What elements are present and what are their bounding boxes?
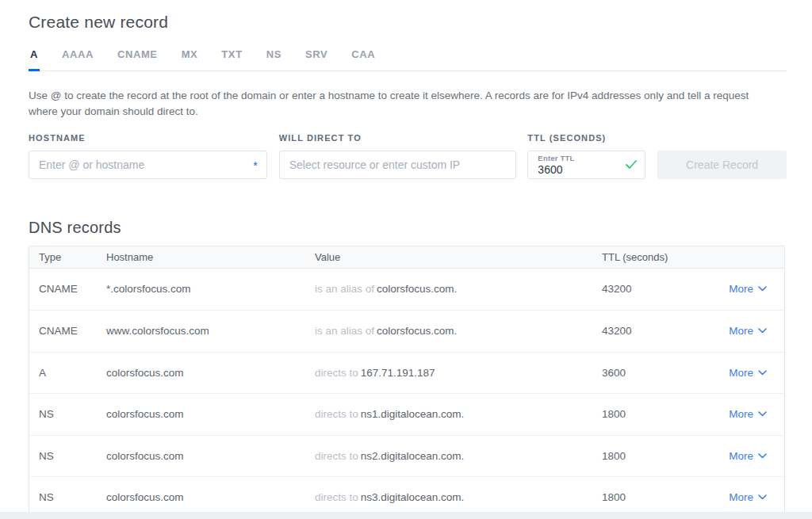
- tab-caa[interactable]: CAA: [350, 48, 377, 71]
- will-direct-to-input[interactable]: [279, 151, 517, 179]
- will-direct-to-label: WILL DIRECT TO: [279, 133, 517, 143]
- table-row: NS colorsfocus.com directs tons3.digital…: [29, 476, 784, 512]
- record-ttl: 1800: [602, 491, 697, 503]
- record-ttl: 43200: [602, 325, 697, 337]
- record-value-prefix: directs to: [315, 367, 358, 379]
- tab-label: NS: [266, 48, 282, 60]
- more-button[interactable]: More: [697, 450, 767, 462]
- record-ttl: 1800: [602, 408, 697, 420]
- more-button[interactable]: More: [697, 491, 767, 503]
- record-type-description: Use @ to create the record at the root o…: [29, 88, 774, 120]
- dns-records-heading: DNS records: [29, 219, 787, 237]
- record-value: directs tons3.digitalocean.com.: [315, 491, 602, 503]
- table-header-row: Type Hostname Value TTL (seconds): [29, 246, 784, 269]
- ttl-input[interactable]: [538, 163, 609, 176]
- more-label: More: [729, 491, 753, 503]
- more-button[interactable]: More: [697, 408, 767, 420]
- tab-label: TXT: [221, 48, 242, 60]
- record-type: NS: [39, 450, 106, 462]
- chevron-down-icon: [758, 370, 767, 376]
- table-row: CNAME www.colorsfocus.com is an alias of…: [29, 310, 784, 352]
- tab-a[interactable]: A: [29, 48, 40, 71]
- more-button[interactable]: More: [697, 325, 767, 337]
- column-header-type: Type: [39, 251, 106, 263]
- record-type: NS: [39, 408, 106, 420]
- record-type-tabs: A AAAA CNAME MX TXT NS SRV CAA: [29, 48, 787, 71]
- table-row: CNAME *.colorsfocus.com is an alias ofco…: [29, 269, 784, 311]
- tab-label: SRV: [305, 48, 327, 60]
- tab-txt[interactable]: TXT: [220, 48, 243, 71]
- hostname-label: HOSTNAME: [29, 133, 267, 143]
- record-type: CNAME: [39, 283, 106, 295]
- table-row: A colorsfocus.com directs to167.71.191.1…: [29, 352, 784, 394]
- tab-srv[interactable]: SRV: [304, 48, 329, 71]
- dns-management-page: Create new record A AAAA CNAME MX TXT NS…: [0, 0, 812, 512]
- record-value-target: 167.71.191.187: [361, 367, 435, 379]
- record-type: NS: [39, 491, 106, 503]
- create-record-form: HOSTNAME * WILL DIRECT TO TTL (SECONDS) …: [29, 133, 787, 179]
- more-label: More: [729, 408, 753, 420]
- more-label: More: [729, 450, 753, 462]
- hostname-field-group: HOSTNAME *: [29, 133, 267, 179]
- hostname-input[interactable]: [29, 151, 267, 179]
- chevron-down-icon: [758, 494, 767, 500]
- table-row: NS colorsfocus.com directs tons2.digital…: [29, 435, 784, 477]
- record-type: A: [39, 367, 106, 379]
- ttl-label: TTL (SECONDS): [527, 133, 645, 143]
- chevron-down-icon: [758, 328, 767, 334]
- tab-label: MX: [182, 48, 198, 60]
- record-hostname: *.colorsfocus.com: [106, 283, 315, 295]
- more-button[interactable]: More: [697, 283, 767, 295]
- column-header-value: Value: [315, 251, 602, 263]
- record-value-target: ns2.digitalocean.com.: [361, 450, 465, 462]
- create-record-button[interactable]: Create Record: [657, 151, 787, 179]
- record-value-target: ns3.digitalocean.com.: [361, 491, 465, 503]
- column-header-ttl: TTL (seconds): [602, 251, 697, 263]
- table-row: NS colorsfocus.com directs tons1.digital…: [29, 393, 784, 435]
- tab-label: A: [30, 48, 38, 60]
- tab-aaaa[interactable]: AAAA: [60, 48, 95, 71]
- more-label: More: [729, 367, 753, 379]
- tab-cname[interactable]: CNAME: [116, 48, 159, 71]
- dns-records-table: Type Hostname Value TTL (seconds) CNAME …: [29, 246, 785, 513]
- record-value: directs to167.71.191.187: [315, 367, 602, 379]
- record-value-target: ns1.digitalocean.com.: [361, 408, 465, 420]
- chevron-down-icon: [758, 453, 767, 459]
- tab-label: CAA: [351, 48, 375, 60]
- record-value-target: colorsfocus.com.: [377, 283, 457, 295]
- hostname-input-wrap: *: [29, 151, 267, 179]
- record-value-target: colorsfocus.com.: [377, 325, 457, 337]
- tab-mx[interactable]: MX: [180, 48, 200, 71]
- record-hostname: colorsfocus.com: [106, 367, 315, 379]
- record-hostname: www.colorsfocus.com: [106, 325, 315, 337]
- record-hostname: colorsfocus.com: [106, 491, 315, 503]
- record-hostname: colorsfocus.com: [106, 408, 315, 420]
- record-value-prefix: is an alias of: [315, 325, 374, 337]
- more-button[interactable]: More: [697, 367, 767, 379]
- ttl-inner-label: Enter TTL: [538, 154, 635, 162]
- chevron-down-icon: [758, 286, 767, 292]
- record-value: directs tons2.digitalocean.com.: [315, 450, 602, 462]
- table-body: CNAME *.colorsfocus.com is an alias ofco…: [29, 269, 784, 513]
- check-icon: [626, 160, 637, 170]
- will-direct-to-field-group: WILL DIRECT TO: [279, 133, 517, 179]
- tab-label: CNAME: [117, 48, 158, 60]
- record-value-prefix: is an alias of: [315, 283, 374, 295]
- record-hostname: colorsfocus.com: [106, 450, 315, 462]
- more-label: More: [729, 325, 753, 337]
- record-value: is an alias ofcolorsfocus.com.: [315, 283, 602, 295]
- page-title: Create new record: [29, 13, 787, 32]
- record-ttl: 3600: [602, 367, 697, 379]
- record-ttl: 43200: [602, 283, 697, 295]
- ttl-field-group: TTL (SECONDS) Enter TTL: [527, 133, 645, 179]
- record-ttl: 1800: [602, 450, 697, 462]
- record-value-prefix: directs to: [315, 450, 358, 462]
- chevron-down-icon: [758, 411, 767, 417]
- tab-ns[interactable]: NS: [265, 48, 283, 71]
- tab-label: AAAA: [62, 48, 94, 60]
- record-value-prefix: directs to: [315, 491, 358, 503]
- ttl-input-box: Enter TTL: [527, 151, 645, 179]
- record-type: CNAME: [39, 325, 106, 337]
- required-asterisk-icon: *: [253, 159, 257, 172]
- will-direct-to-input-wrap: [279, 151, 517, 179]
